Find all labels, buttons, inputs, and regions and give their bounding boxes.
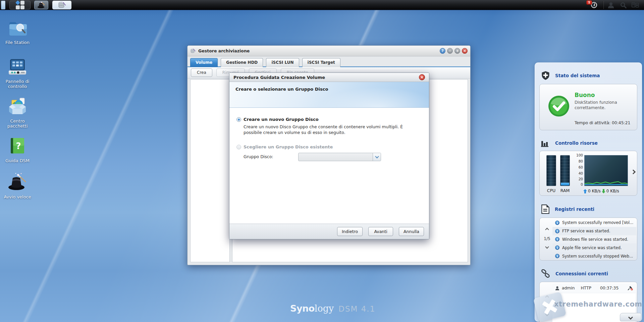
- desktop-icon-quick-start[interactable]: Avvio veloce: [3, 173, 32, 199]
- logs-page-up-button[interactable]: [545, 228, 549, 231]
- network-chart: [584, 155, 628, 186]
- chart-tick: 20: [573, 177, 583, 181]
- chart-tick: 40: [573, 171, 583, 175]
- status-ok-icon: [548, 95, 570, 117]
- tab-gestione-hdd[interactable]: Gestione HDD: [221, 58, 263, 67]
- window-title: Gestore archiviazione: [198, 48, 250, 53]
- network-speeds: 0 KB/s 0 KB/s: [583, 189, 619, 193]
- system-status-card: Buono DiskStation funziona correttamente…: [539, 84, 637, 130]
- log-row: i Apple file service was started.: [552, 243, 636, 252]
- radio-choose-existing-disk-group: [236, 145, 241, 149]
- storage-manager-icon: [58, 1, 66, 9]
- taskbar: i 1: [0, 0, 644, 10]
- user-menu-button[interactable]: [606, 1, 616, 9]
- log-row: i System successfully stopped Web...: [552, 252, 636, 260]
- pilot-view-button[interactable]: [630, 1, 641, 9]
- ram-gauge: [560, 155, 570, 186]
- window-close-button[interactable]: ×: [462, 48, 468, 54]
- main-menu-icon: [16, 1, 24, 9]
- upload-speed: 0 KB/s: [588, 189, 601, 193]
- system-status-header: Stato del sistema: [535, 63, 642, 83]
- widget-collapse-tab[interactable]: [620, 313, 641, 321]
- window-maximize-button[interactable]: +: [454, 48, 460, 54]
- log-text: Windows file service was started.: [562, 237, 628, 242]
- download-speed: 0 KB/s: [606, 189, 619, 193]
- window-minimize-button[interactable]: –: [447, 48, 453, 54]
- desktop-icon-dsm-help[interactable]: ? Guida DSM: [3, 137, 32, 163]
- logs-page-indicator: 1/5: [543, 236, 551, 241]
- log-text: System successfully stopped Web...: [562, 254, 633, 259]
- dialog-close-button[interactable]: ×: [419, 74, 425, 80]
- connection-time: 00:37:35: [600, 286, 619, 290]
- upload-arrow-icon: [583, 189, 587, 193]
- next-button[interactable]: Avanti: [368, 227, 393, 236]
- package-center-icon: [8, 97, 27, 116]
- resource-monitor-header: Controllo risorse: [535, 132, 642, 150]
- download-arrow-icon: [602, 189, 605, 193]
- connection-user: admin: [562, 286, 575, 290]
- document-icon: [541, 204, 550, 214]
- tab-strip: Volume Gestione HDD iSCSI LUN iSCSI Targ…: [187, 56, 470, 67]
- main-menu-button[interactable]: [9, 1, 31, 9]
- current-connections-title: Connessioni correnti: [555, 271, 608, 276]
- dsm-logo: Synology DSM 4.1: [290, 303, 375, 314]
- radio-create-new-disk-group[interactable]: [236, 117, 241, 122]
- log-text: FTP service was started.: [562, 229, 610, 233]
- dsm-version: DSM 4.1: [338, 305, 375, 313]
- logs-page-down-button[interactable]: [545, 245, 549, 248]
- storage-manager-task-button[interactable]: [52, 1, 71, 9]
- search-button[interactable]: [618, 1, 628, 9]
- desktop-icon-control-panel[interactable]: Pannello di controllo: [3, 58, 32, 89]
- notification-button[interactable]: i 1: [586, 1, 602, 9]
- brand-serif: logy: [315, 303, 334, 314]
- show-desktop-button[interactable]: [1, 1, 5, 9]
- recent-logs-header: Registri recenti: [535, 198, 642, 217]
- tab-iscsi-lun[interactable]: iSCSI LUN: [266, 58, 299, 67]
- chevron-right-icon: [631, 170, 636, 174]
- cpu-label: CPU: [546, 188, 556, 193]
- magic-hat-icon: [37, 1, 45, 9]
- magic-hat-icon: [8, 173, 27, 191]
- log-text: System successfully removed [Vol...: [562, 220, 633, 225]
- cancel-button[interactable]: Annulla: [399, 227, 424, 236]
- current-connections-header: Connessioni correnti: [535, 263, 642, 281]
- recent-logs-card: 1/5 i System successfully removed [Vol..…: [539, 218, 637, 261]
- status-description: DiskStation funziona correttamente.: [575, 100, 635, 110]
- chart-tick: 0: [573, 182, 583, 186]
- recent-logs-title: Registri recenti: [555, 206, 594, 212]
- dropdown-arrow-button: [373, 153, 381, 161]
- option-existing-label: Scegliere un Gruppo Disco esistente: [244, 144, 333, 149]
- desktop-icon-label: Guida DSM: [3, 158, 32, 163]
- desktop-icon-label: Pannello di controllo: [3, 79, 32, 89]
- watermark-text: xtremehardware.com: [554, 300, 642, 308]
- quick-launch-button[interactable]: [34, 1, 48, 9]
- volume-creation-wizard-dialog: Procedura Guidata Creazione Volume × Cre…: [229, 73, 429, 239]
- create-button[interactable]: Crea: [191, 68, 212, 77]
- back-button[interactable]: Indietro: [337, 227, 363, 236]
- dialog-titlebar[interactable]: Procedura Guidata Creazione Volume ×: [229, 73, 429, 82]
- info-icon: i: [555, 237, 559, 241]
- log-text: Apple file service was started.: [562, 245, 622, 250]
- resource-expand-button[interactable]: [632, 169, 635, 175]
- connection-row: admin HTTP 00:37:35: [552, 284, 636, 292]
- connection-protocol: HTTP: [581, 286, 591, 290]
- desktop-icon-file-station[interactable]: File Station: [3, 19, 32, 45]
- window-help-button[interactable]: ?: [440, 48, 445, 54]
- tab-iscsi-target[interactable]: iSCSI Target: [302, 58, 340, 67]
- dialog-banner: Creare o selezionare un Gruppo Disco: [229, 82, 429, 108]
- desktop-icon-label: Centro pacchetti: [3, 119, 32, 129]
- info-icon: i: [555, 221, 559, 225]
- info-icon: i: [555, 229, 559, 233]
- disk-group-dropdown: [298, 153, 381, 161]
- chart-tick: 60: [573, 165, 583, 169]
- window-titlebar[interactable]: Gestore archiviazione ? – + ×: [187, 46, 470, 56]
- desktop-icon-package-center[interactable]: Centro pacchetti: [3, 97, 32, 129]
- cpu-gauge: [546, 155, 556, 186]
- tab-volume[interactable]: Volume: [190, 58, 218, 67]
- chevron-down-icon: [628, 315, 633, 319]
- disconnect-button[interactable]: [628, 286, 633, 290]
- log-row: i Windows file service was started.: [552, 235, 636, 244]
- volume-list-panel: [190, 79, 230, 262]
- storage-manager-icon: [190, 48, 196, 54]
- info-icon: i: [555, 254, 559, 258]
